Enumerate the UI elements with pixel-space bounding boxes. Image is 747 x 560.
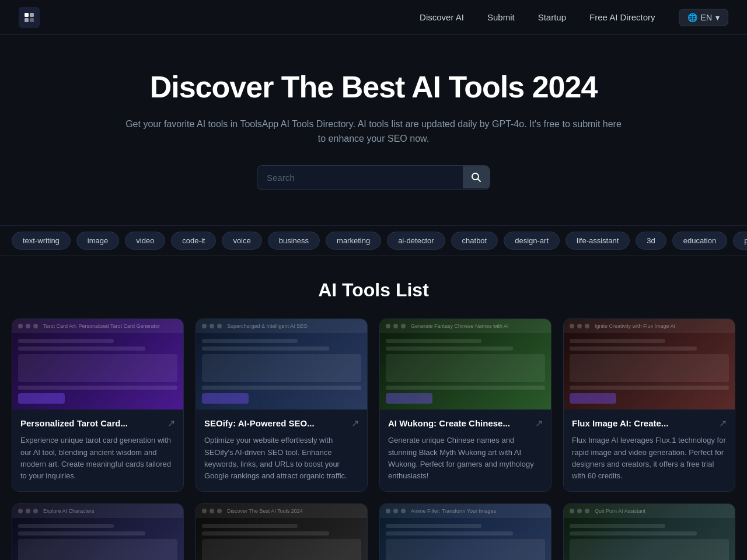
tools-grid: Tarot Card Art: Personalized Tarot Card … bbox=[0, 318, 747, 560]
tool-card-desc-seoify: Optimize your website effortlessly with … bbox=[204, 435, 359, 482]
tool-card-img-flux: Ignite Creativity with Flux Image AI bbox=[564, 319, 735, 410]
nav-startup[interactable]: Startup bbox=[538, 12, 566, 22]
header: Discover AI Submit Startup Free AI Direc… bbox=[0, 0, 747, 35]
search-button[interactable] bbox=[463, 166, 490, 188]
tool-card-desc-tarot: Experience unique tarot card generation … bbox=[20, 435, 175, 482]
tool-card-title-tarot: Personalized Tarot Card... bbox=[20, 418, 163, 429]
tool-card-character[interactable]: Explore AI Characters AI Character Creat… bbox=[12, 503, 184, 560]
tool-card-flux[interactable]: Ignite Creativity with Flux Image AI Flu… bbox=[563, 318, 735, 492]
globe-icon: 🌐 bbox=[687, 13, 697, 22]
hero-title: Discover The Best AI Tools 2024 bbox=[23, 70, 724, 105]
external-link-icon-seoify: ↗ bbox=[351, 418, 359, 429]
category-pill-design-art[interactable]: design-art bbox=[504, 232, 560, 250]
tool-card-seoify[interactable]: Supercharged & Intelligent AI SEO SEOify… bbox=[196, 318, 368, 492]
tool-card-body-tarot: Personalized Tarot Card... ↗ Experience … bbox=[12, 410, 183, 491]
category-pill-marketing[interactable]: marketing bbox=[326, 232, 381, 250]
logo-icon bbox=[19, 7, 40, 28]
category-pill-business[interactable]: business bbox=[268, 232, 320, 250]
tool-card-img-character: Explore AI Characters bbox=[12, 504, 183, 560]
nav-discover-ai[interactable]: Discover AI bbox=[420, 12, 464, 22]
category-pill-code-it[interactable]: code-it bbox=[171, 232, 216, 250]
svg-rect-3 bbox=[30, 18, 34, 22]
svg-rect-1 bbox=[30, 13, 34, 17]
hero-section: Discover The Best AI Tools 2024 Get your… bbox=[0, 35, 747, 225]
category-pill-chatbot[interactable]: chatbot bbox=[451, 232, 498, 250]
tool-card-body-wukong: AI Wukong: Create Chinese... ↗ Generate … bbox=[380, 410, 551, 491]
search-input[interactable] bbox=[257, 166, 463, 190]
tool-card-body-seoify: SEOify: AI-Powered SEO... ↗ Optimize you… bbox=[196, 410, 367, 491]
tool-card-tarot[interactable]: Tarot Card Art: Personalized Tarot Card … bbox=[12, 318, 184, 492]
external-link-icon-wukong: ↗ bbox=[535, 418, 543, 429]
category-pill-text-writing[interactable]: text-writing bbox=[12, 232, 71, 250]
external-link-icon-tarot: ↗ bbox=[167, 418, 175, 429]
tool-card-anime[interactable]: Anime Filter: Transform Your Images Free… bbox=[379, 503, 551, 560]
tool-card-img-anime: Anime Filter: Transform Your Images bbox=[380, 504, 551, 560]
tool-card-img-tarot: Tarot Card Art: Personalized Tarot Card … bbox=[12, 319, 183, 410]
tool-card-body-flux: Flux Image AI: Create... ↗ Flux Image AI… bbox=[564, 410, 735, 491]
category-pill-education[interactable]: education bbox=[672, 232, 727, 250]
language-selector[interactable]: 🌐 EN ▾ bbox=[679, 9, 728, 26]
tool-card-img-quit: Quit Porn AI Assistant bbox=[564, 504, 735, 560]
main-nav: Discover AI Submit Startup Free AI Direc… bbox=[420, 9, 728, 26]
tool-card-tools2[interactable]: Discover The Best AI Tools 2024 Discover… bbox=[196, 503, 368, 560]
tool-card-title-wukong: AI Wukong: Create Chinese... bbox=[388, 418, 530, 429]
svg-rect-0 bbox=[25, 13, 29, 17]
lang-label: EN bbox=[701, 13, 712, 22]
tool-card-img-tools2: Discover The Best AI Tools 2024 bbox=[196, 504, 367, 560]
hero-subtitle: Get your favorite AI tools in ToolsApp A… bbox=[123, 117, 624, 146]
external-link-icon-flux: ↗ bbox=[719, 418, 727, 429]
category-pill-prompt[interactable]: prompt bbox=[733, 232, 747, 250]
search-icon bbox=[471, 172, 481, 183]
logo[interactable] bbox=[19, 7, 40, 28]
chevron-down-icon: ▾ bbox=[715, 13, 720, 22]
category-pill-image[interactable]: image bbox=[76, 232, 119, 250]
category-pill-ai-detector[interactable]: ai-detector bbox=[387, 232, 445, 250]
categories-bar: text-writingimagevideocode-itvoicebusine… bbox=[0, 225, 747, 256]
tool-card-desc-flux: Flux Image AI leverages Flux.1 technolog… bbox=[572, 435, 727, 482]
category-pill-video[interactable]: video bbox=[125, 232, 165, 250]
tool-card-desc-wukong: Generate unique Chinese names and stunni… bbox=[388, 435, 543, 482]
search-box bbox=[257, 165, 490, 190]
tool-card-img-wukong: Generate Fantasy Chinese Names with AI bbox=[380, 319, 551, 410]
tool-card-title-flux: Flux Image AI: Create... bbox=[572, 418, 714, 429]
svg-line-5 bbox=[478, 179, 481, 182]
svg-rect-2 bbox=[25, 18, 29, 22]
tool-card-wukong[interactable]: Generate Fantasy Chinese Names with AI A… bbox=[379, 318, 551, 492]
tool-card-title-seoify: SEOify: AI-Powered SEO... bbox=[204, 418, 347, 429]
nav-free-ai-directory[interactable]: Free AI Directory bbox=[589, 12, 655, 22]
tools-section-title: AI Tools List bbox=[0, 256, 747, 318]
category-pill-voice[interactable]: voice bbox=[222, 232, 261, 250]
tool-card-img-seoify: Supercharged & Intelligent AI SEO bbox=[196, 319, 367, 410]
category-pill-3d[interactable]: 3d bbox=[636, 232, 666, 250]
search-container bbox=[23, 165, 724, 190]
tool-card-quit[interactable]: Quit Porn AI Assistant Quit Porn AI... ↗… bbox=[563, 503, 735, 560]
nav-submit[interactable]: Submit bbox=[487, 12, 515, 22]
category-pill-life-assistant[interactable]: life-assistant bbox=[566, 232, 630, 250]
